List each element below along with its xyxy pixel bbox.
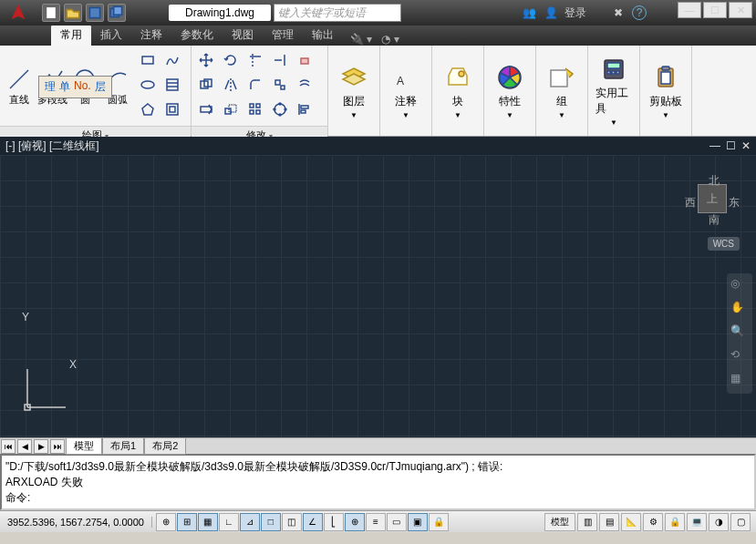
close-button[interactable]: ✕ — [729, 2, 752, 18]
tab-output[interactable]: 输出 — [303, 25, 343, 46]
tab-home[interactable]: 常用 — [51, 25, 91, 46]
sb-grid-icon[interactable]: ▦ — [198, 513, 218, 531]
showmotion-icon[interactable]: ▦ — [730, 372, 749, 390]
explode-icon[interactable] — [269, 74, 291, 96]
ltab-first-icon[interactable]: ⏮ — [1, 439, 16, 454]
scale-icon[interactable] — [220, 98, 242, 120]
trim-icon[interactable] — [244, 49, 266, 71]
wcs-label[interactable]: WCS — [708, 237, 740, 251]
float-item-1[interactable]: 理 — [45, 79, 56, 95]
search-input[interactable]: 键入关键字或短语 — [274, 4, 401, 22]
sb-workspace-icon[interactable]: ⚙ — [643, 513, 663, 531]
sb-model[interactable]: 模型 — [544, 513, 575, 531]
fillet-icon[interactable] — [244, 74, 266, 96]
tab-parametric[interactable]: 参数化 — [171, 25, 223, 46]
arrayp-icon[interactable] — [269, 98, 291, 120]
login-link[interactable]: 登录 — [564, 5, 586, 21]
sb-osnap-icon[interactable]: □ — [261, 513, 281, 531]
cmd-prompt[interactable]: 命令: — [5, 490, 751, 506]
sb-anno-scale-icon[interactable]: 📐 — [621, 513, 641, 531]
hatch-icon[interactable] — [161, 74, 183, 96]
compass-east[interactable]: 东 — [729, 195, 740, 210]
tab-manage[interactable]: 管理 — [263, 25, 303, 46]
sb-lwt-icon[interactable]: ≡ — [366, 513, 386, 531]
align-icon[interactable] — [294, 98, 316, 120]
sb-qv-layouts-icon[interactable]: ▥ — [577, 513, 597, 531]
tab-layout1[interactable]: 布局1 — [102, 437, 144, 455]
sb-isolate-icon[interactable]: ◑ — [709, 513, 729, 531]
sb-dyn-icon[interactable]: ⊕ — [345, 513, 365, 531]
float-item-4[interactable]: 层 — [95, 79, 106, 95]
sb-clean-icon[interactable]: ▢ — [730, 513, 751, 531]
tab-annotate[interactable]: 注释 — [131, 25, 171, 46]
saveall-icon[interactable] — [108, 4, 126, 22]
new-icon[interactable] — [42, 4, 60, 22]
zoom-icon[interactable]: 🔍 — [730, 324, 749, 343]
extend-icon[interactable] — [269, 49, 291, 71]
sb-hardware-icon[interactable]: 💻 — [687, 513, 707, 531]
ltab-last-icon[interactable]: ⏭ — [50, 439, 65, 454]
float-item-2[interactable]: 单 — [59, 79, 70, 95]
group-button[interactable]: 组▼ — [540, 59, 584, 123]
sb-lock-icon[interactable]: 🔒 — [665, 513, 685, 531]
app-logo[interactable] — [0, 0, 36, 26]
tab-insert[interactable]: 插入 — [91, 25, 131, 46]
command-line[interactable]: "D:/下载/soft1/3d3s9.0最新全模块破解版/3d3s9.0最新全模… — [0, 454, 756, 510]
move-icon[interactable] — [195, 49, 217, 71]
exchange-icon[interactable]: ✖ — [610, 5, 627, 21]
spline-icon[interactable] — [161, 49, 183, 71]
annotation-button[interactable]: A 注释▼ — [384, 59, 428, 123]
stretch-icon[interactable] — [195, 98, 217, 120]
compass-north[interactable]: 北 — [709, 173, 720, 189]
tool-line[interactable]: 直线 — [4, 66, 35, 107]
properties-button[interactable]: 特性▼ — [488, 59, 532, 123]
viewcube[interactable]: 北 南 东 西 上 — [685, 173, 740, 228]
compass-west[interactable]: 西 — [685, 195, 696, 210]
help-icon[interactable]: ? — [632, 5, 647, 20]
vp-minimize-icon[interactable]: — — [709, 139, 720, 152]
open-icon[interactable] — [64, 4, 82, 22]
sb-infer-icon[interactable]: ⊕ — [156, 513, 176, 531]
polygon-icon[interactable] — [137, 98, 159, 120]
fullnav-icon[interactable]: ◎ — [730, 277, 749, 295]
coords-display[interactable]: 3952.5396, 1567.2754, 0.0000 — [0, 517, 152, 528]
utilities-button[interactable]: 实用工具▼ — [592, 51, 636, 130]
region-icon[interactable] — [161, 98, 183, 120]
save-icon[interactable] — [86, 4, 104, 22]
sb-snap-icon[interactable]: ⊞ — [177, 513, 197, 531]
sb-polar-icon[interactable]: ⊿ — [240, 513, 260, 531]
floating-toolbar[interactable]: 理 单 No. 层 — [38, 76, 112, 98]
sb-ortho-icon[interactable]: ∟ — [219, 513, 239, 531]
array-icon[interactable] — [244, 98, 266, 120]
copy-icon[interactable] — [195, 74, 217, 96]
sb-3dosnap-icon[interactable]: ◫ — [282, 513, 302, 531]
sb-sc-icon[interactable]: 🔒 — [429, 513, 449, 531]
user-icon[interactable]: 👤 — [543, 5, 559, 21]
float-item-3[interactable]: No. — [74, 79, 91, 95]
compass-south[interactable]: 南 — [709, 212, 720, 228]
sb-qp-icon[interactable]: ▣ — [408, 513, 428, 531]
sb-tpy-icon[interactable]: ▭ — [387, 513, 407, 531]
rect-icon[interactable] — [137, 49, 159, 71]
erase-icon[interactable] — [294, 49, 316, 71]
orbit-icon[interactable]: ⟲ — [730, 348, 749, 366]
mirror-icon[interactable] — [220, 74, 242, 96]
tab-layout2[interactable]: 布局2 — [144, 437, 186, 455]
ltab-next-icon[interactable]: ▶ — [34, 439, 48, 454]
tab-model[interactable]: 模型 — [66, 437, 102, 455]
pan-icon[interactable]: ✋ — [730, 301, 749, 319]
vp-maximize-icon[interactable]: ☐ — [726, 139, 736, 152]
ltab-prev-icon[interactable]: ◀ — [17, 439, 32, 454]
clipboard-button[interactable]: 剪贴板▼ — [644, 59, 688, 123]
vp-close-icon[interactable]: ✕ — [741, 139, 751, 152]
viewport-label[interactable]: [-] [俯视] [二维线框] — [5, 139, 99, 154]
canvas[interactable]: 北 南 东 西 上 WCS ◎ ✋ 🔍 ⟲ ▦ Y X — [0, 155, 756, 437]
block-button[interactable]: 块▼ — [436, 59, 480, 123]
sb-otrack-icon[interactable]: ∠ — [303, 513, 323, 531]
ellipse-icon[interactable] — [137, 74, 159, 96]
minimize-button[interactable]: — — [678, 2, 701, 18]
rotate-icon[interactable] — [220, 49, 242, 71]
sb-qv-drawings-icon[interactable]: ▤ — [599, 513, 619, 531]
tab-view[interactable]: 视图 — [223, 25, 263, 46]
layer-button[interactable]: 图层▼ — [332, 59, 376, 123]
